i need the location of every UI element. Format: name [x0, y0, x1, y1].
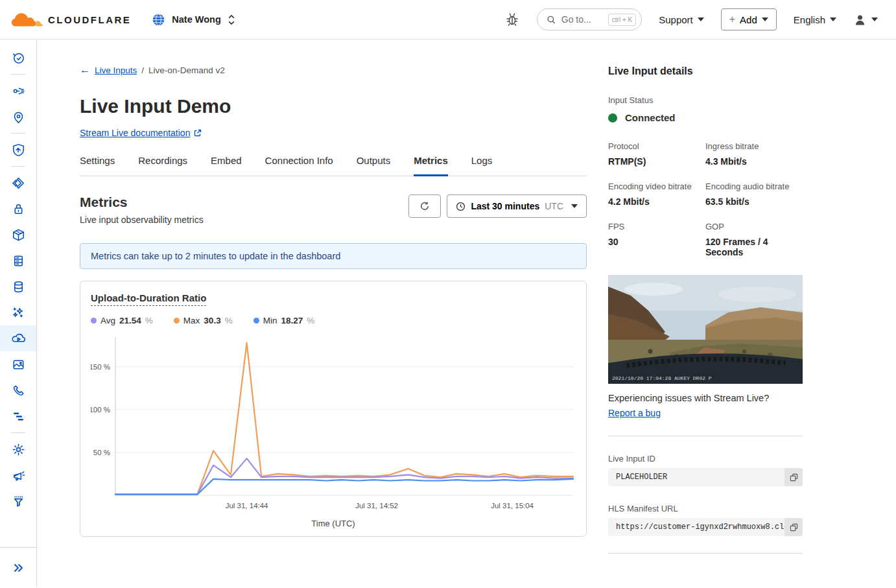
sidebar-item-network[interactable] [0, 78, 36, 104]
breadcrumb-live-inputs-link[interactable]: Live Inputs [95, 65, 137, 75]
tab-embed[interactable]: Embed [211, 155, 242, 176]
sidebar-item-stream[interactable] [0, 325, 36, 351]
sidebar-item-security-shield[interactable] [0, 137, 36, 163]
language-label: English [794, 14, 825, 25]
server-stack-icon [11, 253, 26, 268]
gear-icon [11, 442, 26, 457]
sidebar-item-location[interactable] [0, 104, 36, 130]
sidebar-item-calls[interactable] [0, 377, 36, 403]
breadcrumb-current: Live-on-Demand v2 [148, 65, 225, 75]
ai-sparkles-icon [11, 305, 26, 320]
brand-text: CLOUDFLARE [48, 14, 131, 25]
stream-docs-link[interactable]: Stream Live documentation [80, 128, 190, 138]
chevron-down-icon [830, 18, 836, 21]
max-dot-icon [174, 318, 180, 323]
sidebar-item-time-travel[interactable] [0, 45, 36, 71]
sidebar-item-ai[interactable] [0, 300, 36, 325]
detail-fps: FPS 30 [608, 222, 705, 257]
sidebar-item-server[interactable] [0, 248, 36, 274]
tab-metrics[interactable]: Metrics [414, 155, 448, 176]
legend-avg-unit: % [145, 316, 153, 325]
time-travel-icon [11, 51, 26, 65]
account-name: Nate Wong [172, 14, 220, 25]
detail-ingress-bitrate: Ingress bitrate 4.3 Mbit/s [705, 141, 803, 167]
legend-item-min: Min 18.27 % [253, 316, 315, 325]
tab-settings[interactable]: Settings [80, 155, 115, 176]
sidebar-item-funnel[interactable] [0, 488, 36, 514]
legend-item-max: Max 30.3 % [174, 316, 233, 325]
top-header: CLOUDFLARE Nate Wong ctrl + K Support + [0, 0, 896, 40]
detail-gop: GOP 120 Frames / 4 Seconds [705, 222, 803, 257]
sidebar-item-database[interactable] [0, 274, 36, 300]
sidebar-expand[interactable] [0, 547, 36, 587]
divider [608, 436, 803, 436]
support-menu[interactable]: Support [659, 14, 704, 25]
svg-text:50 %: 50 % [93, 449, 110, 456]
bug-report-icon[interactable] [504, 12, 520, 27]
tab-connection-info[interactable]: Connection Info [265, 155, 333, 176]
lock-icon [11, 202, 26, 217]
live-preview-thumbnail: 2021/10/20 17:04:29 AUKEY DR02 P [608, 275, 803, 384]
divider [608, 553, 803, 554]
stream-issues-text: Experiencing issues with Stream Live? [608, 393, 803, 403]
tab-logs[interactable]: Logs [471, 155, 493, 176]
phone-icon [11, 383, 26, 398]
refresh-button[interactable] [408, 194, 441, 218]
add-button[interactable]: + Add [721, 8, 777, 30]
sidebar-item-workers[interactable] [0, 222, 36, 248]
legend-max-unit: % [225, 316, 233, 325]
double-chevron-right-icon [12, 561, 25, 574]
refresh-icon [419, 201, 430, 211]
sidebar-item-images[interactable] [0, 351, 36, 377]
cloudflare-cloud-icon [10, 11, 44, 29]
back-arrow-icon: ← [80, 64, 90, 76]
sidebar-item-announcements[interactable] [0, 462, 36, 488]
gantt-bars-icon [11, 409, 26, 424]
tab-bar: Settings Recordings Embed Connection Inf… [80, 155, 587, 176]
language-menu[interactable]: English [794, 14, 836, 25]
report-bug-link[interactable]: Report a bug [608, 408, 661, 418]
copy-live-input-id-button[interactable] [784, 468, 803, 486]
metrics-subtitle: Live input observability metrics [80, 215, 204, 225]
user-menu[interactable] [853, 13, 878, 27]
svg-text:Jul 31, 15:04: Jul 31, 15:04 [491, 502, 534, 510]
sidebar-item-speed[interactable] [0, 170, 36, 196]
support-label: Support [659, 14, 693, 25]
video-timestamp-overlay: 2021/10/20 17:04:29 AUKEY DR02 P [612, 375, 712, 381]
external-link-icon [194, 129, 202, 137]
global-search[interactable]: ctrl + K [537, 8, 642, 30]
search-input[interactable] [561, 14, 603, 25]
sidebar-divider [11, 432, 25, 433]
sidebar-divider [11, 74, 25, 75]
network-icon [11, 84, 26, 99]
sidebar-item-settings[interactable] [0, 436, 36, 462]
page-title: Live Input Demo [80, 95, 587, 117]
live-input-id-label: Live Input ID [608, 454, 803, 464]
stream-cloud-play-icon [11, 331, 26, 346]
sidebar-item-analytics[interactable] [0, 403, 36, 429]
x-axis-title: Time (UTC) [91, 519, 576, 528]
breadcrumb-separator: / [141, 65, 144, 75]
chevron-down-icon [762, 18, 768, 21]
time-range-dropdown[interactable]: Last 30 minutes UTC [447, 194, 587, 218]
funnel-icon [11, 494, 26, 509]
info-banner: Metrics can take up to 2 minutes to upda… [80, 243, 587, 269]
copy-hls-url-button[interactable] [784, 518, 803, 536]
legend-item-avg: Avg 21.54 % [91, 316, 153, 325]
plus-icon: + [729, 14, 735, 25]
tab-outputs[interactable]: Outputs [357, 155, 391, 176]
database-icon [11, 279, 26, 294]
sidebar-item-lock[interactable] [0, 196, 36, 222]
cloudflare-logo[interactable]: CLOUDFLARE [10, 11, 131, 29]
tab-recordings[interactable]: Recordings [138, 155, 187, 176]
legend-max-label: Max [183, 316, 200, 325]
svg-text:150 %: 150 % [91, 363, 110, 371]
location-pin-icon [11, 110, 26, 124]
svg-text:Jul 31, 14:44: Jul 31, 14:44 [226, 502, 268, 510]
account-switcher[interactable]: Nate Wong [152, 13, 235, 27]
chevron-down-icon [571, 204, 578, 208]
detail-audio-bitrate: Encoding audio bitrate 63.5 kbit/s [705, 182, 803, 207]
upload-duration-chart[interactable]: 50 %100 %150 %Jul 31, 14:44Jul 31, 14:52… [91, 333, 576, 515]
legend-min-value: 18.27 [281, 316, 303, 325]
user-avatar-icon [853, 13, 867, 27]
